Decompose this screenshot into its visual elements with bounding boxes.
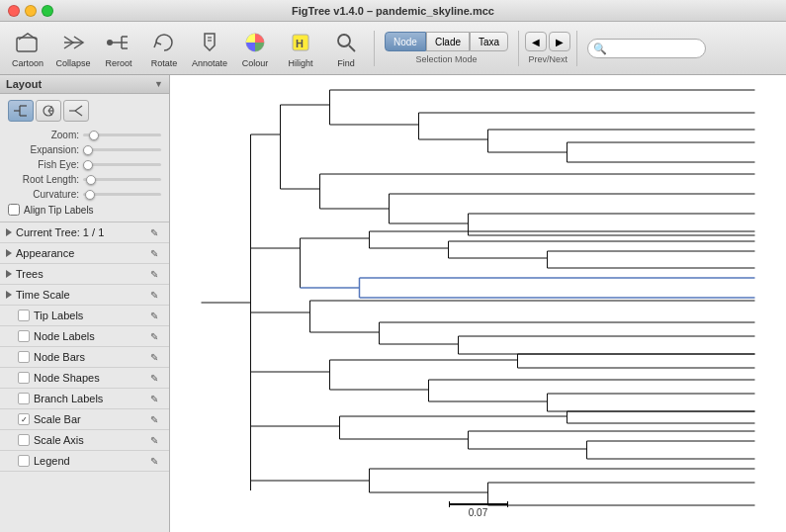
trees-label: Trees <box>16 268 44 280</box>
find-button[interactable]: Find <box>324 25 368 72</box>
scale-axis-label: Scale Axis <box>34 434 84 446</box>
scale-line <box>449 503 508 505</box>
prev-button[interactable]: ◀ <box>525 32 547 51</box>
scale-bar-settings-icon: ✎ <box>147 412 161 426</box>
cartoon-button[interactable]: Cartoon <box>6 25 49 72</box>
node-labels-item[interactable]: Node Labels ✎ <box>0 326 169 347</box>
trees-item[interactable]: Trees ✎ <box>0 264 169 285</box>
rootlength-thumb[interactable] <box>86 175 96 185</box>
layout-section: Zoom: Expansion: Fish Eye: <box>0 94 169 222</box>
window-title: FigTree v1.4.0 – pandemic_skyline.mcc <box>292 5 494 17</box>
svg-line-21 <box>48 111 52 116</box>
scale-axis-check <box>18 434 30 446</box>
svg-line-13 <box>349 45 355 51</box>
branch-labels-check <box>18 393 30 404</box>
node-shapes-settings-icon: ✎ <box>147 371 161 385</box>
node-shapes-item[interactable]: Node Shapes ✎ <box>0 368 169 389</box>
node-sel-button[interactable]: Node <box>385 32 426 51</box>
annotate-icon <box>196 29 223 56</box>
scale-axis-settings-icon: ✎ <box>147 433 161 447</box>
taxa-sel-button[interactable]: Taxa <box>470 32 508 51</box>
rotate-label: Rotate <box>151 58 178 68</box>
cartoon-icon <box>14 29 42 56</box>
curvature-label: Curvature: <box>8 189 79 200</box>
search-wrap: 🔍 <box>587 39 706 58</box>
curvature-track[interactable] <box>83 193 161 196</box>
title-bar: FigTree v1.4.0 – pandemic_skyline.mcc <box>0 0 786 22</box>
node-bars-item[interactable]: Node Bars ✎ <box>0 347 169 368</box>
close-button[interactable] <box>8 5 20 17</box>
rotate-button[interactable]: Rotate <box>142 25 186 72</box>
node-shapes-check <box>18 372 30 384</box>
colour-button[interactable]: Colour <box>233 25 277 72</box>
svg-point-3 <box>107 40 113 45</box>
layout-rectangular-button[interactable] <box>8 100 34 122</box>
phylogenetic-tree: .tree-line { stroke: #111; stroke-width:… <box>170 75 786 532</box>
scale-bar-label: Scale Bar <box>34 413 81 425</box>
curvature-row: Curvature: <box>8 189 161 200</box>
colour-label: Colour <box>242 58 269 68</box>
layout-header[interactable]: Layout ▼ <box>0 75 169 94</box>
tip-labels-item[interactable]: Tip Labels ✎ <box>0 306 169 326</box>
tip-labels-label: Tip Labels <box>34 310 83 321</box>
legend-settings-icon: ✎ <box>147 454 161 468</box>
reroot-icon <box>105 29 132 56</box>
nav-buttons-row: ◀ ▶ <box>525 32 570 51</box>
rootlength-row: Root Length: <box>8 174 161 185</box>
expansion-row: Expansion: <box>8 144 161 155</box>
reroot-button[interactable]: Reroot <box>97 25 140 72</box>
search-area: 🔍 <box>587 39 706 58</box>
node-labels-check <box>18 330 30 342</box>
layout-arrow: ▼ <box>154 79 163 89</box>
clade-sel-button[interactable]: Clade <box>426 32 470 51</box>
time-scale-item[interactable]: Time Scale ✎ <box>0 285 169 306</box>
scale-bar-check <box>18 413 30 425</box>
svg-line-24 <box>75 111 82 116</box>
curvature-thumb[interactable] <box>85 190 95 200</box>
sidebar: Layout ▼ <box>0 75 170 532</box>
zoom-track[interactable] <box>83 133 161 136</box>
separator-1 <box>374 31 375 66</box>
separator-2 <box>518 31 519 66</box>
appearance-label: Appearance <box>16 247 74 259</box>
appearance-item[interactable]: Appearance ✎ <box>0 243 169 264</box>
cartoon-label: Cartoon <box>12 58 44 68</box>
layout-polar-button[interactable] <box>36 100 61 122</box>
current-tree-settings-icon: ✎ <box>147 225 161 239</box>
separator-3 <box>576 31 577 66</box>
hilight-button[interactable]: H Hilight <box>279 25 322 72</box>
legend-item[interactable]: Legend ✎ <box>0 451 169 472</box>
minimize-button[interactable] <box>25 5 37 17</box>
collapse-button[interactable]: Collapse <box>51 25 95 72</box>
scale-axis-item[interactable]: Scale Axis ✎ <box>0 430 169 451</box>
maximize-button[interactable] <box>42 5 53 17</box>
expansion-thumb[interactable] <box>83 145 93 155</box>
appearance-arrow <box>6 249 12 257</box>
svg-point-12 <box>338 35 350 46</box>
current-tree-label: Current Tree: 1 / 1 <box>16 226 104 238</box>
rootlength-track[interactable] <box>83 178 161 181</box>
svg-line-20 <box>48 107 52 112</box>
align-tip-labels-checkbox[interactable] <box>8 204 20 216</box>
node-shapes-label: Node Shapes <box>34 372 100 384</box>
time-scale-label: Time Scale <box>16 289 70 301</box>
annotate-label: Annotate <box>192 58 227 68</box>
scale-bar-item[interactable]: Scale Bar ✎ <box>0 409 169 430</box>
expansion-track[interactable] <box>83 148 161 151</box>
hilight-label: Hilight <box>288 58 312 68</box>
next-button[interactable]: ▶ <box>549 32 570 51</box>
zoom-thumb[interactable] <box>89 131 99 140</box>
fisheye-track[interactable] <box>83 163 161 166</box>
layout-diagonal-button[interactable] <box>63 100 89 122</box>
node-bars-label: Node Bars <box>34 351 85 363</box>
node-bars-settings-icon: ✎ <box>147 350 161 364</box>
tree-view[interactable]: .tree-line { stroke: #111; stroke-width:… <box>170 75 786 532</box>
fisheye-thumb[interactable] <box>83 160 93 170</box>
main-content: Layout ▼ <box>0 75 786 532</box>
current-tree-item[interactable]: Current Tree: 1 / 1 ✎ <box>0 222 169 243</box>
annotate-button[interactable]: Annotate <box>188 25 231 72</box>
search-icon: 🔍 <box>593 42 607 54</box>
branch-labels-item[interactable]: Branch Labels ✎ <box>0 389 169 409</box>
window-controls <box>8 5 53 17</box>
scale-bar-display: 0.07 <box>449 503 508 518</box>
